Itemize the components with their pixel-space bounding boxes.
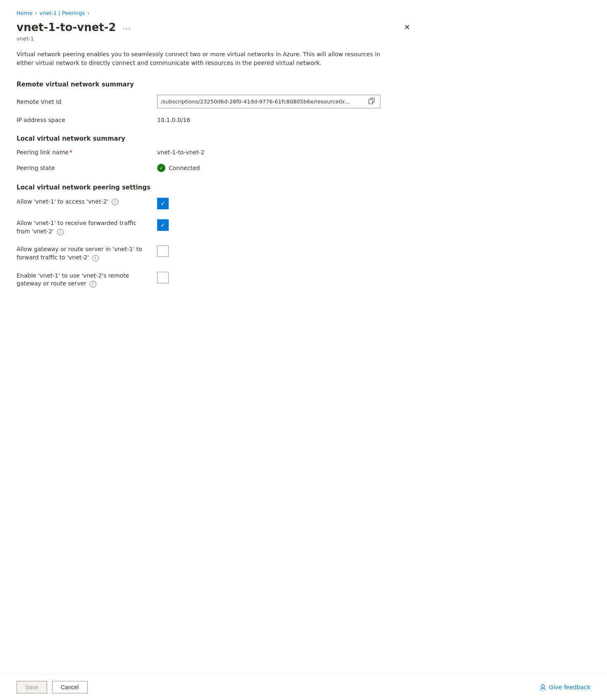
remote-section-heading: Remote virtual network summary bbox=[17, 81, 413, 88]
title-group: vnet-1-to-vnet-2 ··· bbox=[17, 21, 134, 34]
peering-link-value: vnet-1-to-vnet-2 bbox=[157, 149, 204, 156]
settings-section-heading: Local virtual network peering settings bbox=[17, 184, 413, 191]
give-feedback-link[interactable]: Give feedback bbox=[539, 683, 590, 691]
local-section: Local virtual network summary Peering li… bbox=[17, 135, 413, 172]
feedback-icon bbox=[539, 683, 547, 691]
svg-point-2 bbox=[541, 685, 545, 688]
breadcrumb: Home › vnet-1 | Peerings › bbox=[17, 10, 413, 16]
checkbox3-info-icon[interactable]: i bbox=[92, 255, 99, 261]
breadcrumb-home[interactable]: Home bbox=[17, 10, 32, 16]
svg-rect-1 bbox=[369, 99, 373, 104]
breadcrumb-sep-1: › bbox=[35, 10, 37, 16]
checkbox2-label-line2: from 'vnet-2' i bbox=[17, 228, 136, 236]
checkbox1-row: Allow 'vnet-1' to access 'vnet-2' i bbox=[17, 198, 413, 209]
checkbox2-row: Allow 'vnet-1' to receive forwarded traf… bbox=[17, 219, 413, 235]
vnet-id-row: Remote Vnet Id /subscriptions/23250d6d-2… bbox=[17, 95, 413, 108]
checkbox1-control[interactable] bbox=[157, 198, 169, 209]
checkbox4-label-line1: Enable 'vnet-1' to use 'vnet-2's remote bbox=[17, 272, 129, 280]
checkbox1-label: Allow 'vnet-1' to access 'vnet-2' i bbox=[17, 198, 157, 206]
connected-icon bbox=[157, 164, 165, 172]
save-button[interactable]: Save bbox=[17, 681, 47, 693]
page-header: vnet-1-to-vnet-2 ··· ✕ bbox=[17, 21, 413, 34]
more-button[interactable]: ··· bbox=[120, 24, 134, 34]
settings-section: Local virtual network peering settings A… bbox=[17, 184, 413, 288]
checkbox1-info-icon[interactable]: i bbox=[112, 199, 118, 205]
checkbox4-label-line2: gateway or route server i bbox=[17, 280, 129, 288]
peering-state-row: Peering state Connected bbox=[17, 164, 413, 172]
checkbox4-row: Enable 'vnet-1' to use 'vnet-2's remote … bbox=[17, 272, 413, 288]
close-button[interactable]: ✕ bbox=[401, 21, 413, 34]
local-section-heading: Local virtual network summary bbox=[17, 135, 413, 142]
checkbox3-label-multiline: Allow gateway or route server in 'vnet-1… bbox=[17, 245, 142, 261]
breadcrumb-sep-2: › bbox=[87, 10, 89, 16]
peering-state-value: Connected bbox=[157, 164, 200, 172]
description-text: Virtual network peering enables you to s… bbox=[17, 50, 389, 67]
checkbox2-label-line1: Allow 'vnet-1' to receive forwarded traf… bbox=[17, 219, 136, 228]
svg-line-3 bbox=[542, 690, 543, 691]
breadcrumb-peerings[interactable]: vnet-1 | Peerings bbox=[39, 10, 85, 16]
checkbox2-label-multiline: Allow 'vnet-1' to receive forwarded traf… bbox=[17, 219, 136, 235]
checkbox3-label-line2: forward traffic to 'vnet-2' i bbox=[17, 254, 142, 262]
give-feedback-label: Give feedback bbox=[549, 684, 590, 690]
peering-state-label: Peering state bbox=[17, 165, 157, 171]
peering-state-text: Connected bbox=[169, 165, 200, 171]
page-subtitle: vnet-1 bbox=[17, 36, 413, 42]
remote-section: Remote virtual network summary Remote Vn… bbox=[17, 81, 413, 123]
page-title: vnet-1-to-vnet-2 bbox=[17, 21, 116, 34]
cancel-button[interactable]: Cancel bbox=[52, 681, 88, 693]
checkbox4-label-multiline: Enable 'vnet-1' to use 'vnet-2's remote … bbox=[17, 272, 129, 288]
vnet-id-label: Remote Vnet Id bbox=[17, 98, 157, 105]
footer-actions: Save Cancel bbox=[17, 681, 88, 693]
checkbox3-row: Allow gateway or route server in 'vnet-1… bbox=[17, 245, 413, 261]
copy-vnet-id-button[interactable] bbox=[367, 97, 377, 106]
checkbox2-label: Allow 'vnet-1' to receive forwarded traf… bbox=[17, 219, 157, 235]
copy-icon bbox=[368, 98, 375, 104]
peering-link-row: Peering link name* vnet-1-to-vnet-2 bbox=[17, 149, 413, 156]
checkbox4-info-icon[interactable]: i bbox=[90, 281, 96, 288]
footer-bar: Save Cancel Give feedback bbox=[0, 674, 607, 700]
checkbox4-label: Enable 'vnet-1' to use 'vnet-2's remote … bbox=[17, 272, 157, 288]
ip-space-label: IP address space bbox=[17, 117, 157, 123]
ip-space-row: IP address space 10.1.0.0/16 bbox=[17, 117, 413, 123]
required-indicator: * bbox=[69, 149, 72, 156]
checkbox3-label: Allow gateway or route server in 'vnet-1… bbox=[17, 245, 157, 261]
vnet-id-value: /subscriptions/23250d6d-28f0-41dd-9776-6… bbox=[161, 98, 367, 105]
vnet-id-field: /subscriptions/23250d6d-28f0-41dd-9776-6… bbox=[157, 95, 380, 108]
ip-space-value: 10.1.0.0/16 bbox=[157, 117, 190, 123]
checkbox3-label-line1: Allow gateway or route server in 'vnet-1… bbox=[17, 245, 142, 254]
peering-link-label: Peering link name* bbox=[17, 149, 157, 156]
checkbox1-label-text: Allow 'vnet-1' to access 'vnet-2' bbox=[17, 198, 108, 206]
checkbox4-control[interactable] bbox=[157, 272, 169, 283]
checkbox2-control[interactable] bbox=[157, 219, 169, 231]
checkbox3-control[interactable] bbox=[157, 245, 169, 257]
checkbox2-info-icon[interactable]: i bbox=[57, 229, 64, 235]
